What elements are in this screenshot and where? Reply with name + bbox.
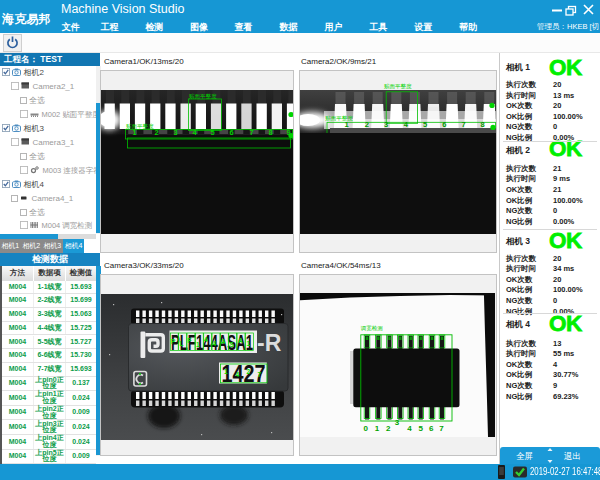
svg-text:1: 1 bbox=[224, 368, 228, 375]
svg-text:3: 3 bbox=[395, 418, 400, 427]
svg-text:1: 1 bbox=[196, 341, 200, 348]
svg-text:1: 1 bbox=[247, 340, 251, 347]
svg-text:4: 4 bbox=[204, 336, 208, 343]
svg-text:2: 2 bbox=[365, 120, 369, 129]
svg-text:S: S bbox=[230, 341, 235, 348]
svg-text:2: 2 bbox=[247, 368, 251, 375]
svg-text:6: 6 bbox=[429, 424, 434, 433]
svg-text:8: 8 bbox=[481, 120, 485, 129]
svg-text:A: A bbox=[238, 337, 243, 344]
svg-text:6: 6 bbox=[442, 120, 446, 129]
svg-text:A: A bbox=[221, 338, 226, 345]
svg-text:4: 4 bbox=[407, 424, 412, 433]
svg-text:F: F bbox=[188, 337, 192, 344]
svg-text:4: 4 bbox=[236, 371, 240, 378]
svg-text:7: 7 bbox=[258, 371, 262, 378]
svg-text:1: 1 bbox=[344, 120, 348, 129]
svg-text:2: 2 bbox=[154, 128, 158, 137]
svg-text:7: 7 bbox=[462, 120, 466, 129]
svg-text:P: P bbox=[171, 338, 176, 345]
svg-text:4: 4 bbox=[213, 340, 217, 347]
svg-text:1: 1 bbox=[375, 424, 380, 433]
svg-text:3: 3 bbox=[173, 128, 177, 137]
svg-text:0: 0 bbox=[364, 424, 369, 433]
svg-text:5: 5 bbox=[210, 128, 214, 137]
svg-text:-R: -R bbox=[257, 330, 282, 356]
svg-text:5: 5 bbox=[423, 120, 427, 129]
svg-text:7: 7 bbox=[439, 424, 444, 433]
svg-text:5: 5 bbox=[419, 424, 424, 433]
svg-text:贴面平整度: 贴面平整度 bbox=[189, 93, 217, 100]
svg-text:3: 3 bbox=[384, 120, 388, 129]
svg-text:贴面平整度: 贴面平整度 bbox=[126, 123, 154, 130]
svg-text:8: 8 bbox=[268, 128, 272, 137]
svg-text:2: 2 bbox=[386, 424, 391, 433]
svg-text:贴面平整度: 贴面平整度 bbox=[325, 115, 353, 122]
svg-text:L: L bbox=[180, 340, 184, 347]
svg-text:7: 7 bbox=[249, 128, 253, 137]
svg-text:1: 1 bbox=[132, 128, 136, 137]
svg-text:调宽检测: 调宽检测 bbox=[360, 325, 384, 332]
svg-text:6: 6 bbox=[229, 128, 233, 137]
